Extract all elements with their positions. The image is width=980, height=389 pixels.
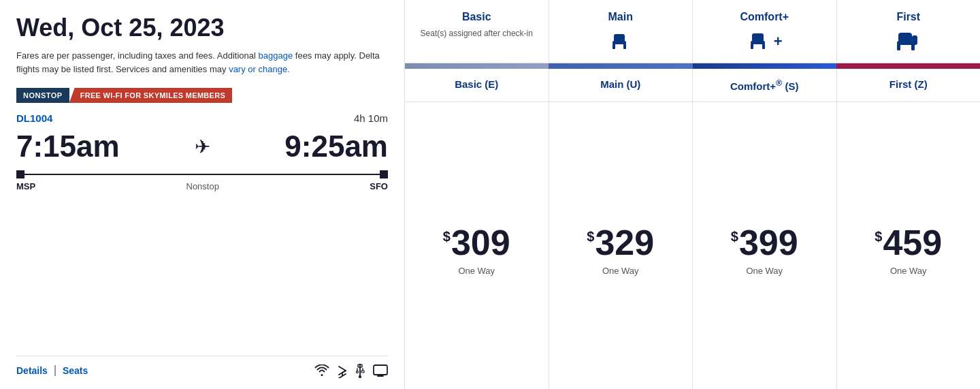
color-bar-comfort xyxy=(693,63,836,69)
price-cell-basic[interactable]: $ 309 One Way xyxy=(405,102,549,389)
svg-rect-11 xyxy=(623,44,626,49)
usb-icon xyxy=(355,363,365,378)
price-cell-first[interactable]: $ 459 One Way xyxy=(837,102,981,389)
color-bar-row xyxy=(405,63,980,69)
price-way-basic: One Way xyxy=(458,266,495,276)
svg-rect-18 xyxy=(897,44,900,50)
svg-point-4 xyxy=(357,371,359,373)
baggage-link[interactable]: baggage xyxy=(259,50,293,61)
price-amount-first: $ 459 xyxy=(875,225,942,260)
route-line-container: MSP Nonstop SFO xyxy=(16,170,388,191)
fare-header-row: Basic Seat(s) assigned after check-in Ma… xyxy=(405,0,980,63)
color-bar-basic xyxy=(405,63,549,69)
nonstop-badge: NONSTOP xyxy=(16,88,69,103)
origin-dot xyxy=(16,170,24,178)
destination-dot xyxy=(380,170,388,178)
svg-rect-15 xyxy=(762,44,765,49)
details-link[interactable]: Details xyxy=(16,365,56,376)
vary-link[interactable]: vary or change. xyxy=(229,64,290,74)
plane-icon-container: ✈ xyxy=(120,136,285,158)
route-line xyxy=(16,170,388,178)
fare-type-row: Basic (E) Main (U) Comfort+® (S) First (… xyxy=(405,69,980,102)
screen-icon xyxy=(373,364,388,377)
first-seat-icon xyxy=(894,29,923,55)
flight-number: DL1004 xyxy=(16,112,52,124)
wifi-icon xyxy=(314,364,329,377)
main-header-title: Main xyxy=(608,11,633,23)
main-container: Wed, Oct 25, 2023 Fares are per passenge… xyxy=(0,0,980,389)
price-way-main: One Way xyxy=(602,266,639,276)
times-row: 7:15am ✈ 9:25am xyxy=(16,129,388,164)
price-amount-comfort: $ 399 xyxy=(731,225,798,260)
route-row: MSP Nonstop SFO xyxy=(16,170,388,191)
fare-header-first: First xyxy=(837,0,981,63)
badges-row: NONSTOP FREE WI-FI FOR SKYMILES MEMBERS xyxy=(16,88,388,103)
plane-icon: ✈ xyxy=(195,136,210,158)
stops-label: Nonstop xyxy=(186,181,219,191)
fare-type-basic: Basic (E) xyxy=(405,69,549,102)
svg-rect-16 xyxy=(898,33,912,42)
comfort-seat-icon xyxy=(747,29,772,55)
fare-type-comfort: Comfort+® (S) xyxy=(693,69,837,102)
depart-time: 7:15am xyxy=(16,129,120,164)
price-amount-basic: $ 309 xyxy=(443,225,510,260)
price-number-first: 459 xyxy=(883,225,942,260)
price-number-main: 329 xyxy=(595,225,654,260)
price-cell-comfort[interactable]: $ 399 One Way xyxy=(693,102,837,389)
price-number-comfort: 399 xyxy=(739,225,798,260)
route-line-middle xyxy=(24,174,380,175)
links-row: Details Seats xyxy=(16,365,88,376)
price-amount-main: $ 329 xyxy=(587,225,654,260)
basic-header-title: Basic xyxy=(462,11,491,23)
route-labels: MSP Nonstop SFO xyxy=(16,181,388,191)
price-cell-main[interactable]: $ 329 One Way xyxy=(549,102,693,389)
svg-rect-7 xyxy=(374,365,387,375)
price-row: $ 309 One Way $ 329 One Way $ 399 One Wa… xyxy=(405,102,980,389)
fare-header-main: Main xyxy=(549,0,693,63)
price-way-comfort: One Way xyxy=(746,266,783,276)
comfort-header-title: Comfort+ xyxy=(740,11,789,23)
origin-label: MSP xyxy=(16,181,35,191)
date-title: Wed, Oct 25, 2023 xyxy=(16,14,388,42)
svg-rect-20 xyxy=(912,35,917,45)
flight-duration: 4h 10m xyxy=(354,112,388,124)
svg-rect-5 xyxy=(361,371,364,373)
left-panel: Wed, Oct 25, 2023 Fares are per passenge… xyxy=(0,0,405,389)
comfort-plus-symbol: + xyxy=(774,34,783,49)
fare-note: Fares are per passenger, including taxes… xyxy=(16,49,388,76)
destination-label: SFO xyxy=(370,181,388,191)
svg-rect-10 xyxy=(612,44,615,49)
seat-assigned-note: Seat(s) assigned after check-in xyxy=(421,29,533,38)
main-seat-icon xyxy=(608,29,634,55)
amenities-row xyxy=(314,363,388,378)
fare-type-main: Main (U) xyxy=(549,69,693,102)
svg-rect-14 xyxy=(751,44,753,49)
flight-info-row: DL1004 4h 10m xyxy=(16,112,388,124)
arrive-time: 9:25am xyxy=(284,129,388,164)
bottom-row: Details Seats xyxy=(16,356,388,378)
fare-header-basic: Basic Seat(s) assigned after check-in xyxy=(405,0,549,63)
wifi-badge: FREE WI-FI FOR SKYMILES MEMBERS xyxy=(69,88,232,103)
color-bar-main xyxy=(549,63,692,69)
bluetooth-icon xyxy=(338,363,347,378)
first-header-title: First xyxy=(896,11,920,23)
right-panel: Basic Seat(s) assigned after check-in Ma… xyxy=(405,0,980,389)
price-number-basic: 309 xyxy=(451,225,510,260)
color-bar-first xyxy=(836,63,980,69)
fare-header-comfort: Comfort+ + xyxy=(693,0,837,63)
fare-type-first: First (Z) xyxy=(837,69,981,102)
price-way-first: One Way xyxy=(890,266,927,276)
seats-link[interactable]: Seats xyxy=(56,365,88,376)
